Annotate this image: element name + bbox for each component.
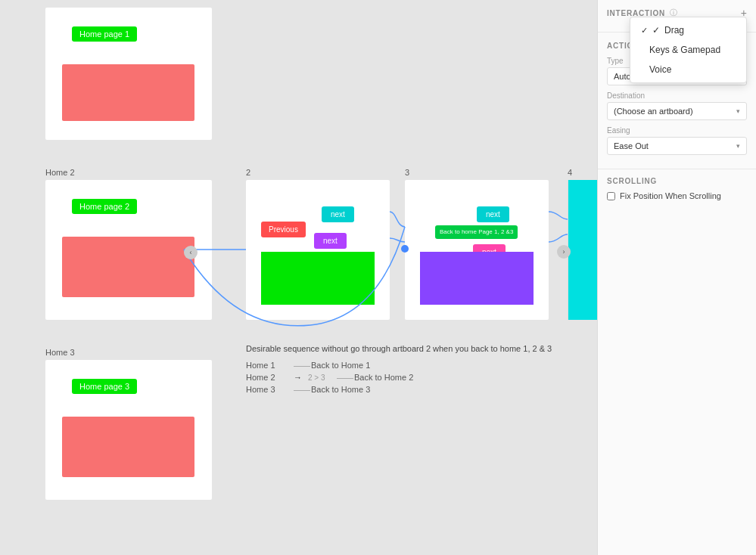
destination-label: Destination (607, 91, 747, 100)
trigger-option-keys[interactable]: Keys & Gamepad (630, 40, 746, 60)
trigger-option-voice[interactable]: Voice (630, 60, 746, 79)
scrolling-title: SCROLLING (607, 177, 657, 185)
trigger-dropdown: ✓ Drag Keys & Gamepad Voice (630, 17, 747, 83)
destination-chevron-icon: ▾ (736, 107, 740, 115)
interaction-title: INTERACTION (607, 9, 665, 17)
frame4-title: 4 (568, 168, 572, 177)
easing-field-row: Easing Ease Out ▾ (607, 126, 747, 155)
desc-row-2: Home 2 → 2 > 3 —— Back to Home 2 (246, 373, 552, 382)
home2-label: Home page 2 (72, 199, 137, 214)
drag-check: ✓ (652, 25, 660, 36)
description-area: Desirable sequence without go through ar… (246, 344, 552, 397)
home3-label: Home page 3 (72, 379, 137, 394)
home2-red-rect (62, 237, 194, 297)
frame3-next-btn-cyan[interactable]: next (477, 206, 509, 222)
frame-home1: Home page 1 (45, 8, 212, 140)
frame2-prev-btn[interactable]: Previous (261, 222, 306, 237)
home1-red-rect (62, 64, 194, 121)
frame2-next-btn2[interactable]: next (314, 233, 347, 249)
interaction-section: INTERACTION ⓘ + ✓ Drag Keys & Gamepad Vo… (598, 0, 756, 33)
desc-title: Desirable sequence without go through ar… (246, 344, 552, 353)
home3-red-rect (62, 417, 194, 477)
frame3: next Back to home Page 1, 2 &3 next (405, 180, 549, 320)
fix-position-row: Fix Position When Scrolling (607, 191, 747, 200)
canvas-area: Home page 1 Home 2 Home page 2 ‹ Home 3 … (0, 0, 597, 555)
desc-row-3: Home 3 —— Back to Home 3 (246, 385, 552, 394)
trigger-option-drag[interactable]: ✓ Drag (630, 20, 746, 40)
frame2: next Previous next (246, 180, 390, 320)
voice-label: Voice (649, 64, 671, 75)
frame2-green-block (261, 252, 375, 305)
scrolling-section: SCROLLING Fix Position When Scrolling (598, 169, 756, 208)
frame4 (568, 180, 597, 320)
frame2-title: 2 (246, 168, 250, 177)
destination-value: (Choose an artboard) (614, 107, 693, 116)
frame-home3: Home page 3 (45, 360, 212, 500)
desc-table: Home 1 —— Back to Home 1 Home 2 → 2 > 3 … (246, 361, 552, 394)
keys-label: Keys & Gamepad (649, 45, 720, 55)
frame4-cyan-strip (568, 180, 597, 320)
destination-select[interactable]: (Choose an artboard) ▾ (607, 102, 747, 120)
easing-select[interactable]: Ease Out ▾ (607, 137, 747, 155)
frame3-purple-block (420, 252, 534, 305)
home2-title: Home 2 (45, 168, 75, 177)
drag-label: Drag (664, 25, 684, 36)
destination-field-row: Destination (Choose an artboard) ▾ (607, 91, 747, 120)
fix-position-label: Fix Position When Scrolling (620, 191, 721, 200)
desc-row-1: Home 1 —— Back to Home 1 (246, 361, 552, 370)
frame2-next-btn1[interactable]: next (322, 206, 354, 222)
connection-dot (401, 245, 409, 253)
fix-position-checkbox[interactable] (607, 192, 615, 200)
home3-title: Home 3 (45, 348, 75, 357)
nav-arrow-left[interactable]: ‹ (184, 246, 198, 259)
frame3-title: 3 (405, 168, 409, 177)
easing-label: Easing (607, 126, 630, 135)
home1-label: Home page 1 (72, 26, 137, 42)
right-panel: INTERACTION ⓘ + ✓ Drag Keys & Gamepad Vo… (597, 0, 756, 555)
frame3-back-label: Back to home Page 1, 2 &3 (435, 225, 518, 239)
nav-arrow-right[interactable]: › (557, 245, 571, 259)
easing-chevron-icon: ▾ (736, 142, 740, 150)
scrolling-header: SCROLLING (607, 177, 747, 185)
easing-value: Ease Out (614, 141, 649, 150)
